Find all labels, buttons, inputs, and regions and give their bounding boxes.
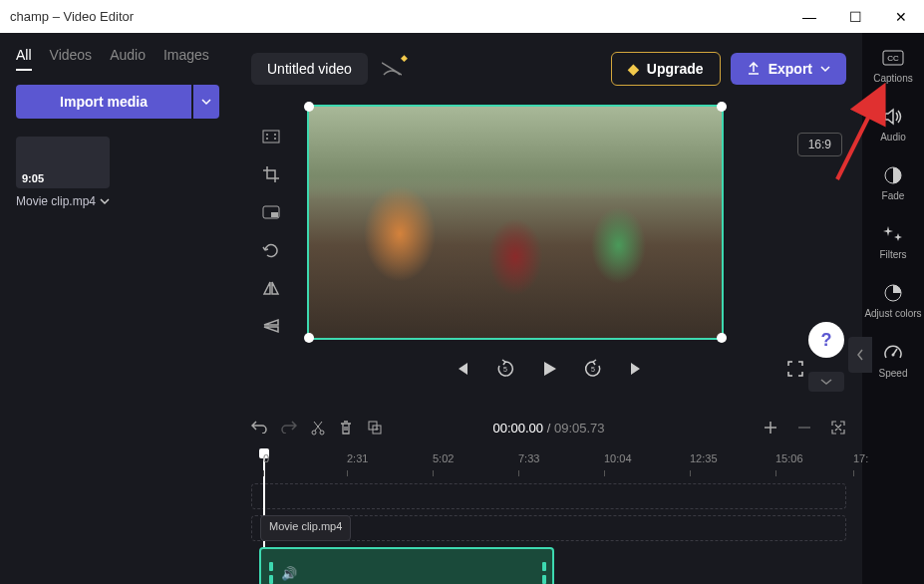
timeline-clip-label[interactable]: Movie clip.mp4 [260,515,351,541]
duplicate-button[interactable]: + [367,420,383,436]
sidebar-item-label: Filters [879,249,906,260]
svg-text:5: 5 [591,366,595,373]
svg-point-10 [320,431,324,435]
sidebar-item-filters[interactable]: Filters [879,223,906,260]
resize-handle[interactable] [304,102,314,112]
media-filename[interactable]: Movie clip.mp4 [16,194,219,208]
adjust-colors-icon [883,282,903,304]
close-button[interactable]: ✕ [878,0,924,33]
sidebar-item-speed[interactable]: Speed [879,342,908,379]
ruler-tick: 17: [853,452,868,464]
svg-text:CC: CC [887,54,899,63]
speaker-icon[interactable]: 🔊 [281,566,297,581]
filters-icon [883,223,903,245]
resize-handle[interactable] [717,102,727,112]
media-duration: 9:05 [22,172,44,184]
chevron-down-icon [820,64,830,74]
zoom-fit-button[interactable] [830,420,846,436]
sidebar-item-label: Speed [879,368,908,379]
delete-button[interactable] [339,420,353,436]
sidebar-item-fade[interactable]: Fade [882,164,905,201]
window-title: champ – Video Editor [10,9,134,24]
fade-icon [883,164,903,186]
upgrade-button[interactable]: ◆ Upgrade [611,52,721,86]
split-button[interactable] [311,420,325,436]
ruler-tick: 0 [263,452,269,464]
media-thumbnail[interactable]: 9:05 [16,137,110,188]
resize-handle[interactable] [717,333,727,343]
ruler-tick: 12:35 [690,452,718,464]
ruler-tick: 7:33 [518,452,539,464]
svg-point-2 [274,134,276,136]
ruler-tick: 15:06 [775,452,803,464]
skip-back-button[interactable] [451,358,472,380]
rewind-5-button[interactable]: 5 [494,358,516,380]
add-button[interactable] [763,420,778,436]
aspect-ratio-button[interactable]: 16:9 [797,133,842,156]
diamond-icon: ◆ [401,53,408,63]
rotate-tool-icon[interactable] [259,238,283,262]
panel-collapse-button[interactable] [848,337,872,373]
sidebar-item-label: Captions [873,73,912,84]
maximize-button[interactable]: ☐ [832,0,878,33]
skip-forward-button[interactable] [626,358,648,380]
resize-handle[interactable] [304,333,314,343]
chevron-down-icon [100,196,110,206]
forward-5-button[interactable]: 5 [582,358,604,380]
audio-icon [883,106,903,128]
timeline-track-empty[interactable] [251,483,846,509]
clip-trim-left[interactable] [269,562,273,584]
export-button[interactable]: Export [731,53,846,85]
zoom-out-button[interactable] [796,420,812,436]
play-button[interactable] [538,358,560,380]
fullscreen-button[interactable] [784,358,806,380]
timeline-video-clip[interactable]: 🔊 [259,547,554,584]
crop-tool-icon[interactable] [259,162,283,186]
svg-point-1 [266,134,268,136]
sidebar-item-label: Audio [880,132,906,143]
svg-point-4 [274,138,276,140]
clip-trim-right[interactable] [542,562,546,584]
sidebar-item-adjust-colors[interactable]: Adjust colors [864,282,921,320]
svg-rect-6 [271,212,278,217]
tab-videos[interactable]: Videos [50,47,93,71]
project-title-input[interactable]: Untitled video [251,53,368,85]
svg-text:+: + [375,425,380,434]
captions-icon: CC [882,47,904,69]
timeline-track-text[interactable]: Movie clip.mp4 [251,515,846,541]
timeline-ruler[interactable]: 0 2:31 5:02 7:33 10:04 12:35 15:06 17: [251,451,846,477]
tab-audio[interactable]: Audio [110,47,146,71]
svg-point-18 [891,354,894,357]
svg-text:5: 5 [503,366,507,373]
redo-button[interactable] [281,420,297,436]
speed-icon [883,342,903,364]
tab-all[interactable]: All [16,47,32,71]
help-button[interactable]: ? [808,322,844,358]
sidebar-item-label: Adjust colors [864,308,921,320]
sidebar-item-captions[interactable]: CC Captions [873,47,912,84]
diamond-icon: ◆ [628,61,639,77]
video-preview[interactable] [307,105,724,340]
sidebar-item-audio[interactable]: Audio [880,106,906,143]
tab-images[interactable]: Images [163,47,209,71]
svg-point-3 [266,138,268,140]
svg-rect-0 [263,131,279,143]
minimize-button[interactable]: — [786,0,832,33]
timecode-display: 00:00.00 / 09:05.73 [492,421,604,436]
flip-horizontal-icon[interactable] [259,276,283,300]
timeline-track-video[interactable]: 🔊 [251,547,846,584]
fit-tool-icon[interactable] [259,125,283,148]
ruler-tick: 10:04 [604,452,632,464]
svg-point-9 [312,431,316,435]
sidebar-item-label: Fade [882,190,905,201]
import-media-button[interactable]: Import media [16,85,191,119]
upload-icon [747,62,761,76]
import-media-dropdown[interactable] [193,85,219,119]
pip-tool-icon[interactable] [259,200,283,224]
closed-caption-toggle-icon[interactable]: ◆ [382,61,402,77]
undo-button[interactable] [251,420,267,436]
ruler-tick: 5:02 [433,452,454,464]
flip-vertical-icon[interactable] [259,314,283,338]
ruler-tick: 2:31 [347,452,368,464]
expand-preview-button[interactable] [808,372,844,392]
